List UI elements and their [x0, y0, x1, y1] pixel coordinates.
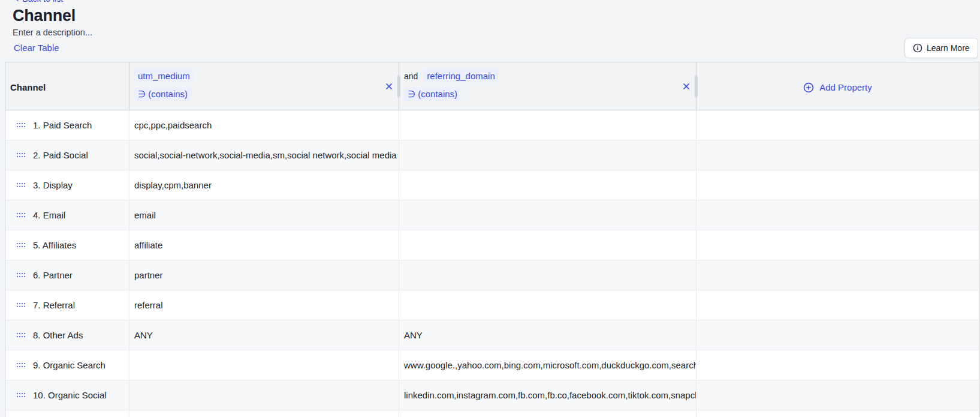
add-property-value-cell	[696, 410, 979, 417]
channel-name: 3. Display	[33, 180, 73, 190]
add-property-value-cell	[696, 350, 979, 380]
utm-medium-operator-chip[interactable]: ∋ (contains)	[134, 88, 191, 101]
referring-domain-operator-chip[interactable]: ∋ (contains)	[404, 88, 461, 101]
add-property-value-cell	[696, 230, 979, 260]
channel-classifier-table: Channel utm_medium ∋ (contains) and refe…	[5, 62, 979, 417]
channel-name-cell[interactable]: 5. Affiliates	[5, 230, 129, 260]
table-row: 2. Paid Socialsocial,social-network,soci…	[5, 140, 979, 170]
drag-handle-icon[interactable]	[17, 123, 25, 128]
channel-name-cell[interactable]: 7. Referral	[5, 290, 129, 320]
channel-name-cell[interactable]: 2. Paid Social	[5, 140, 129, 170]
back-to-list-label: Back to list	[22, 0, 63, 4]
add-property-value-cell	[696, 320, 979, 350]
table-row: 5. Affiliatesaffiliate	[5, 230, 979, 260]
utm-medium-value-cell[interactable]	[129, 350, 399, 380]
remove-utm-medium-column-button[interactable]	[384, 82, 394, 91]
drag-handle-icon[interactable]	[17, 213, 25, 218]
channel-column-header: Channel	[5, 62, 129, 110]
table-row: 1. Paid Searchcpc,ppc,paidsearch	[5, 110, 979, 140]
learn-more-button[interactable]: Learn More	[904, 38, 978, 58]
referring-domain-value-cell[interactable]	[399, 140, 696, 170]
table-row-partial	[5, 410, 979, 417]
utm-medium-value-cell[interactable]: partner	[129, 260, 399, 290]
close-icon	[385, 83, 393, 90]
channel-name-cell[interactable]: 9. Organic Search	[5, 350, 129, 380]
and-label: and	[404, 71, 418, 81]
channel-name-cell[interactable]: 1. Paid Search	[5, 110, 129, 140]
back-to-list-link[interactable]: ‹ Back to list	[16, 0, 63, 4]
column-resize-handle[interactable]	[397, 75, 400, 98]
utm-medium-value-cell	[129, 410, 399, 417]
channel-name: 8. Other Ads	[33, 330, 83, 340]
table-row: 3. Displaydisplay,cpm,banner	[5, 170, 979, 200]
referring-domain-value-cell	[399, 410, 696, 417]
channel-column-label: Channel	[10, 82, 46, 92]
add-property-value-cell	[696, 380, 979, 410]
referring-domain-value-cell[interactable]	[399, 230, 696, 260]
learn-more-label: Learn More	[927, 43, 970, 53]
referring-domain-value-cell[interactable]	[399, 290, 696, 320]
info-icon	[913, 43, 922, 53]
add-property-value-cell	[696, 110, 979, 140]
referring-domain-property-chip[interactable]: referring_domain	[423, 70, 498, 82]
channel-name: 6. Partner	[33, 270, 73, 280]
add-property-value-cell	[696, 140, 979, 170]
referring-domain-value-cell[interactable]	[399, 200, 696, 230]
close-icon	[683, 83, 690, 90]
drag-handle-icon[interactable]	[17, 333, 25, 338]
utm-medium-value-cell[interactable]	[129, 380, 399, 410]
channel-name-cell[interactable]: 8. Other Ads	[5, 320, 129, 350]
add-property-value-cell	[696, 260, 979, 290]
page-title: Channel	[13, 7, 76, 25]
add-property-button[interactable]: Add Property	[696, 62, 979, 110]
add-property-value-cell	[696, 200, 979, 230]
referring-domain-value-cell[interactable]	[399, 170, 696, 200]
utm-medium-value-cell[interactable]: ANY	[129, 320, 399, 350]
referring-domain-value-cell[interactable]: www.google.,yahoo.com,bing.com,microsoft…	[399, 350, 696, 380]
channel-name-cell[interactable]: 10. Organic Social	[5, 380, 129, 410]
channel-name: 9. Organic Search	[33, 360, 105, 370]
description-placeholder[interactable]: Enter a description...	[13, 28, 92, 37]
utm-medium-column-header: utm_medium ∋ (contains)	[129, 62, 399, 110]
clear-table-button[interactable]: Clear Table	[14, 43, 59, 53]
remove-referring-domain-column-button[interactable]	[682, 82, 691, 91]
channel-name-cell[interactable]: 4. Email	[5, 200, 129, 230]
referring-domain-column-header: and referring_domain ∋ (contains)	[399, 62, 696, 110]
channel-name: 5. Affiliates	[33, 240, 76, 250]
table-row: 9. Organic Searchwww.google.,yahoo.com,b…	[5, 350, 979, 380]
channel-name: 10. Organic Social	[33, 390, 107, 400]
back-arrow-icon: ‹	[16, 0, 19, 4]
drag-handle-icon[interactable]	[17, 273, 25, 278]
drag-handle-icon[interactable]	[17, 153, 25, 158]
add-property-value-cell	[696, 170, 979, 200]
drag-handle-icon[interactable]	[17, 363, 25, 368]
drag-handle-icon[interactable]	[17, 393, 25, 398]
table-row: 8. Other AdsANYANY	[5, 320, 979, 350]
table-body: 1. Paid Searchcpc,ppc,paidsearch2. Paid …	[5, 110, 979, 417]
referring-domain-value-cell[interactable]	[399, 110, 696, 140]
utm-medium-value-cell[interactable]: referral	[129, 290, 399, 320]
add-property-value-cell	[696, 290, 979, 320]
add-property-label: Add Property	[819, 82, 872, 92]
channel-name-cell[interactable]: 6. Partner	[5, 260, 129, 290]
utm-medium-value-cell[interactable]: social,social-network,social-media,sm,so…	[129, 140, 399, 170]
table-row: 7. Referralreferral	[5, 290, 979, 320]
table-row: 6. Partnerpartner	[5, 260, 979, 290]
utm-medium-value-cell[interactable]: email	[129, 200, 399, 230]
utm-medium-value-cell[interactable]: affiliate	[129, 230, 399, 260]
utm-medium-value-cell[interactable]: cpc,ppc,paidsearch	[129, 110, 399, 140]
drag-handle-icon[interactable]	[17, 243, 25, 248]
table-header-row: Channel utm_medium ∋ (contains) and refe…	[5, 62, 979, 110]
channel-name: 4. Email	[33, 210, 65, 220]
channel-name: 1. Paid Search	[33, 120, 92, 130]
utm-medium-property-chip[interactable]: utm_medium	[134, 70, 194, 82]
utm-medium-value-cell[interactable]: display,cpm,banner	[129, 170, 399, 200]
column-resize-handle[interactable]	[695, 75, 698, 98]
referring-domain-value-cell[interactable]: linkedin.com,instagram.com,fb.com,fb.co,…	[399, 380, 696, 410]
table-row: 10. Organic Sociallinkedin.com,instagram…	[5, 380, 979, 410]
referring-domain-value-cell[interactable]	[399, 260, 696, 290]
channel-name-cell[interactable]: 3. Display	[5, 170, 129, 200]
drag-handle-icon[interactable]	[17, 303, 25, 308]
referring-domain-value-cell[interactable]: ANY	[399, 320, 696, 350]
drag-handle-icon[interactable]	[17, 183, 25, 188]
